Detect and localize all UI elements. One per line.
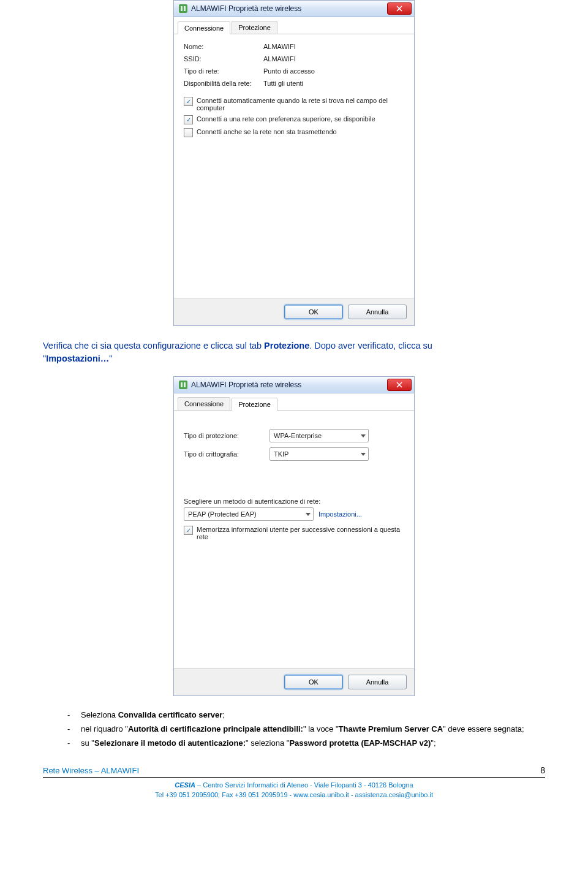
label-tipo: Tipo di rete: [184, 67, 263, 75]
page-number: 8 [540, 765, 545, 775]
window-title: ALMAWIFI Proprietà rete wireless [191, 381, 301, 389]
checkbox-pref-row[interactable]: Connetti a una rete con preferenza super… [184, 115, 404, 124]
titlebar[interactable]: ALMAWIFI Proprietà rete wireless [174, 1, 414, 17]
label-tipocrit: Tipo di crittografia: [184, 450, 270, 458]
checkbox-pref-label: Connetti a una rete con preferenza super… [197, 115, 404, 123]
value-ssid: ALMAWIFI [263, 55, 404, 63]
checkbox-auto-connect[interactable] [184, 97, 193, 106]
close-icon [396, 382, 402, 388]
dialog-body: Tipo di protezione: WPA-Enterprise Tipo … [174, 411, 414, 668]
checkbox-nontrasm-label: Connetti anche se la rete non sta trasme… [197, 128, 404, 135]
label-disp: Disponibilità della rete: [184, 80, 263, 87]
checkbox-nontrasm[interactable] [184, 128, 193, 137]
checkbox-pref[interactable] [184, 115, 193, 124]
list-item: nel riquadro "Autorità di certificazione… [67, 724, 545, 735]
tab-protezione[interactable]: Protezione [232, 398, 277, 411]
titlebar[interactable]: ALMAWIFI Proprietà rete wireless [174, 377, 414, 393]
chevron-down-icon [306, 513, 311, 516]
impostazioni-link[interactable]: Impostazioni... [318, 510, 362, 518]
instruction-paragraph-1: Verifica che ci sia questa configurazion… [0, 339, 588, 365]
button-row: OK Annulla [174, 668, 414, 695]
ok-button[interactable]: OK [284, 675, 343, 689]
checkbox-auto-connect-label: Connetti automaticamente quando la rete … [197, 97, 404, 112]
wifi-icon [179, 4, 187, 13]
combo-auth-value: PEAP (Protected EAP) [188, 510, 257, 518]
label-ssid: SSID: [184, 55, 263, 63]
instruction-list: Seleziona Convalida certificato server; … [0, 710, 588, 749]
chevron-down-icon [361, 434, 366, 438]
combo-tipoprot[interactable]: WPA-Enterprise [270, 429, 369, 442]
dialog-body: Nome:ALMAWIFI SSID:ALMAWIFI Tipo di rete… [174, 34, 414, 298]
combo-tipocrit-value: TKIP [274, 450, 288, 458]
checkbox-auto-connect-row[interactable]: Connetti automaticamente quando la rete … [184, 97, 404, 112]
footer-left: Rete Wireless – ALMAWIFI [43, 766, 139, 775]
close-button[interactable] [387, 379, 412, 391]
label-nome: Nome: [184, 43, 263, 50]
wifi-properties-dialog-1: ALMAWIFI Proprietà rete wireless Conness… [173, 0, 415, 326]
close-button[interactable] [387, 2, 412, 15]
tab-connessione[interactable]: Connessione [178, 21, 230, 34]
combo-tipoprot-value: WPA-Enterprise [274, 432, 322, 439]
tab-connessione[interactable]: Connessione [178, 397, 230, 410]
window-title: ALMAWIFI Proprietà rete wireless [191, 4, 301, 13]
value-disp: Tutti gli utenti [263, 80, 404, 87]
button-row: OK Annulla [174, 298, 414, 325]
checkbox-nontrasm-row[interactable]: Connetti anche se la rete non sta trasme… [184, 128, 404, 137]
footer-divider [43, 777, 545, 778]
combo-auth-method[interactable]: PEAP (Protected EAP) [184, 507, 314, 521]
value-nome: ALMAWIFI [263, 43, 404, 50]
tabstrip: Connessione Protezione [174, 17, 414, 34]
ok-button[interactable]: OK [284, 305, 343, 319]
footer-center: CESIA – Centro Servizi Informatici di At… [43, 780, 545, 800]
chevron-down-icon [361, 453, 366, 456]
label-tipoprot: Tipo di protezione: [184, 432, 270, 439]
checkbox-memorizza-row[interactable]: Memorizza informazioni utente per succes… [184, 526, 404, 540]
value-tipo: Punto di accesso [263, 67, 404, 75]
label-scegliere: Scegliere un metodo di autenticazione di… [184, 498, 404, 505]
checkbox-memorizza[interactable] [184, 526, 193, 535]
close-icon [396, 6, 402, 12]
cancel-button[interactable]: Annulla [348, 305, 407, 319]
page-footer: Rete Wireless – ALMAWIFI 8 CESIA – Centr… [0, 765, 588, 800]
list-item: Seleziona Convalida certificato server; [67, 710, 545, 721]
tab-protezione[interactable]: Protezione [232, 21, 277, 34]
cancel-button[interactable]: Annulla [348, 675, 407, 689]
checkbox-memorizza-label: Memorizza informazioni utente per succes… [197, 526, 404, 540]
combo-tipocrit[interactable]: TKIP [270, 447, 369, 461]
list-item: su "Selezionare il metodo di autenticazi… [67, 738, 545, 749]
wifi-properties-dialog-2: ALMAWIFI Proprietà rete wireless Conness… [173, 376, 415, 696]
wifi-icon [179, 381, 187, 389]
tabstrip: Connessione Protezione [174, 393, 414, 411]
